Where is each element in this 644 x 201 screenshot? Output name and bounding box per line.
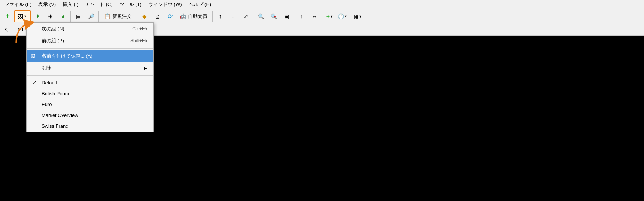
menu-help[interactable]: ヘルプ (H) [186, 0, 215, 9]
zoom-out-icon: 🔍− [271, 13, 277, 19]
menubar: ファイル (F) 表示 (V) 挿入 (I) チャート (C) ツール (T) … [0, 0, 644, 9]
auto-trade-label: 自動売買 [188, 13, 207, 20]
new-order-label: 新規注文 [112, 13, 132, 20]
scroll-right-button[interactable]: ↔ [309, 10, 321, 22]
scroll-up-icon: ↕ [301, 13, 303, 19]
scroll-up-button[interactable]: ↕ [296, 10, 308, 22]
sep1 [70, 11, 71, 22]
prev-group-label: 前の組 (P) [42, 37, 64, 44]
menu-tools[interactable]: ツール (T) [116, 0, 145, 9]
chart-ctrl-3[interactable]: ↗ [240, 10, 252, 22]
save-as-label: 名前を付けて保存... (A) [42, 53, 92, 59]
time-icon: 🕐 [338, 13, 344, 19]
fit-window-button[interactable]: ▣ [280, 10, 292, 22]
zoom-in-icon: 🔍 [258, 13, 264, 19]
delete-label: 削除 [42, 65, 51, 71]
swiss-franc-label: Swiss Franc [42, 123, 68, 129]
dropdown-next-group[interactable]: 次の組 (N) Ctrl+F5 [27, 23, 153, 35]
menu-window[interactable]: ウィンドウ (W) [145, 0, 185, 9]
sep4 [212, 11, 213, 22]
sep8 [350, 11, 350, 22]
new-order-button[interactable]: 📋 新規注文 [100, 10, 135, 22]
chart-ctrl-3-icon: ↗ [243, 13, 248, 20]
british-pound-label: British Pound [42, 91, 70, 96]
dropdown-default[interactable]: Default [27, 77, 153, 88]
add-indicator-button[interactable]: + ▼ [324, 10, 336, 22]
sep2 [98, 11, 99, 22]
chart-ctrl-2-icon: ↓ [231, 13, 234, 20]
tf-m1-button[interactable]: M1 [15, 26, 27, 34]
profiles-dropdown-arrow: ▼ [24, 15, 27, 18]
dropdown-save-as[interactable]: 🖼 名前を付けて保存... (A) [27, 50, 153, 62]
menu-view[interactable]: 表示 (V) [35, 0, 59, 9]
profiles-icon: 🖼 [18, 13, 23, 19]
dropdown-market-overview[interactable]: Market Overview [27, 110, 153, 121]
auto-trade-button[interactable]: 🤖 自動売買 [177, 10, 211, 22]
print-icon: 🖨 [155, 13, 160, 19]
grid-button[interactable]: ▦ ▼ [352, 10, 364, 22]
dropdown-sep1 [27, 48, 153, 49]
chart-ctrl-1-icon: ↕ [219, 13, 222, 20]
sep6 [294, 11, 294, 22]
zoom-icon: 🔎 [88, 13, 94, 19]
add-indicator-icon: + [326, 13, 330, 20]
prev-group-shortcut: Shift+F5 [130, 38, 147, 43]
dropdown-sep2 [27, 75, 153, 76]
next-group-label: 次の組 (N) [42, 25, 64, 32]
chart-list-button[interactable]: ▤ [72, 10, 84, 22]
menu-chart[interactable]: チャート (C) [82, 0, 116, 9]
indicators-button[interactable]: ✦ [31, 10, 43, 22]
tf-sep-left [13, 25, 13, 35]
auto-scroll-icon: ⟳ [168, 13, 173, 20]
profiles-dropdown: 次の組 (N) Ctrl+F5 前の組 (P) Shift+F5 🖼 名前を付け… [26, 22, 154, 132]
auto-scroll-button[interactable]: ⟳ [164, 10, 176, 22]
chart-list-icon: ▤ [76, 13, 81, 19]
dropdown-british-pound[interactable]: British Pound [27, 88, 153, 99]
crosshair-button[interactable]: ⊕ [44, 10, 56, 22]
main-toolbar: + 🖼 ▼ ✦ ⊕ ★ ▤ 🔎 📋 新規注文 ◆ 🖨 ⟳ [0, 9, 644, 24]
grid-icon: ▦ [354, 13, 359, 19]
indicators-icon: ✦ [35, 13, 40, 20]
new-chart-icon: + [5, 12, 10, 21]
new-chart-button[interactable]: + [1, 10, 13, 22]
zoom-out-button[interactable]: 🔍− [268, 10, 280, 22]
dropdown-euro[interactable]: Euro [27, 99, 153, 110]
menu-file[interactable]: ファイル (F) [1, 0, 34, 9]
print-button[interactable]: 🖨 [151, 10, 163, 22]
zoom-in-button[interactable]: 🔍 [255, 10, 267, 22]
next-group-shortcut: Ctrl+F5 [132, 26, 147, 31]
delete-submenu-arrow: ▶ [144, 66, 147, 70]
eraser-button[interactable]: ◆ [139, 10, 151, 22]
sep5 [253, 11, 253, 22]
profiles-button[interactable]: 🖼 ▼ [14, 10, 31, 22]
sep7 [322, 11, 322, 22]
chart-ctrl-1[interactable]: ↕ [214, 10, 226, 22]
dropdown-swiss-franc[interactable]: Swiss Franc [27, 121, 153, 132]
chart-ctrl-2[interactable]: ↓ [227, 10, 239, 22]
menu-insert[interactable]: 挿入 (I) [60, 0, 81, 9]
time-button[interactable]: 🕐 ▼ [337, 10, 349, 22]
market-overview-label: Market Overview [42, 112, 78, 118]
new-order-icon: 📋 [104, 13, 111, 20]
eraser-icon: ◆ [142, 13, 147, 20]
save-as-icon: 🖼 [30, 53, 35, 59]
templates-icon: ★ [61, 13, 66, 20]
scroll-right-icon: ↔ [312, 13, 317, 19]
fit-window-icon: ▣ [284, 13, 289, 19]
templates-button[interactable]: ★ [57, 10, 69, 22]
crosshair-icon: ⊕ [48, 13, 53, 20]
cursor-tool-button[interactable]: ↖ [1, 25, 12, 35]
zoom-button[interactable]: 🔎 [85, 10, 97, 22]
default-label: Default [42, 80, 57, 86]
dropdown-prev-group[interactable]: 前の組 (P) Shift+F5 [27, 35, 153, 47]
euro-label: Euro [42, 102, 52, 107]
cursor-icon: ↖ [4, 27, 9, 33]
auto-trade-icon: 🤖 [180, 13, 186, 19]
dropdown-delete[interactable]: 削除 ▶ [27, 62, 153, 74]
sep3 [137, 11, 137, 22]
